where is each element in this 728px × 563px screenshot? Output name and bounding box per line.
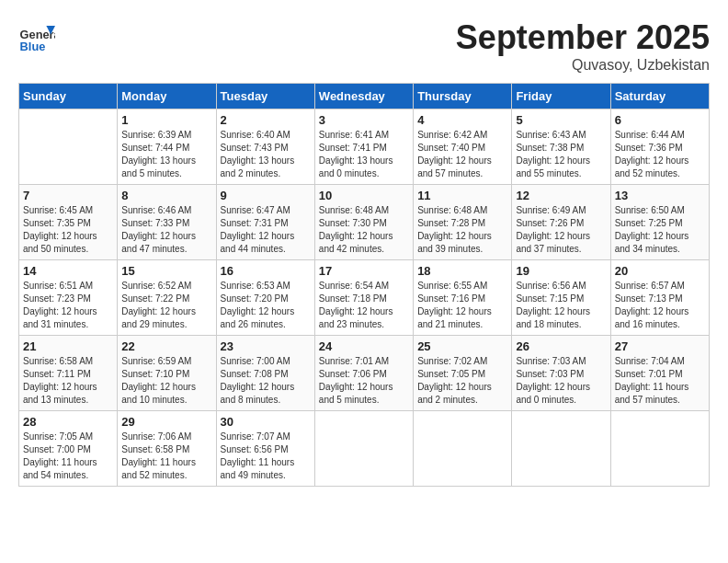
day-info: Sunrise: 6:48 AMSunset: 7:30 PMDaylight:… [319,204,409,256]
calendar-day-cell: 4Sunrise: 6:42 AMSunset: 7:40 PMDaylight… [414,109,512,185]
day-number: 22 [121,339,211,353]
day-number: 20 [615,264,705,278]
day-number: 6 [615,113,705,127]
day-number: 29 [121,415,211,429]
day-number: 26 [516,339,606,353]
day-info: Sunrise: 7:04 AMSunset: 7:01 PMDaylight:… [615,355,705,407]
day-info: Sunrise: 6:44 AMSunset: 7:36 PMDaylight:… [615,129,705,180]
day-number: 16 [221,264,311,278]
day-number: 25 [417,339,507,353]
calendar-day-cell: 14Sunrise: 6:51 AMSunset: 7:23 PMDayligh… [19,260,118,336]
calendar-day-cell: 15Sunrise: 6:52 AMSunset: 7:22 PMDayligh… [118,260,216,336]
logo: General Blue [18,18,59,55]
day-number: 10 [319,189,409,202]
calendar-day-cell: 22Sunrise: 6:59 AMSunset: 7:10 PMDayligh… [118,336,216,411]
calendar-day-cell [19,109,118,185]
day-number: 23 [221,339,311,353]
calendar-day-cell: 2Sunrise: 6:40 AMSunset: 7:43 PMDaylight… [216,109,314,185]
day-info: Sunrise: 6:45 AMSunset: 7:35 PMDaylight:… [23,204,113,256]
calendar-day-cell: 7Sunrise: 6:45 AMSunset: 7:35 PMDaylight… [19,185,118,260]
calendar-day-header: Sunday [19,84,118,109]
day-info: Sunrise: 6:54 AMSunset: 7:18 PMDaylight:… [319,280,409,331]
calendar-day-cell: 21Sunrise: 6:58 AMSunset: 7:11 PMDayligh… [19,336,118,411]
calendar-day-cell: 16Sunrise: 6:53 AMSunset: 7:20 PMDayligh… [216,260,314,336]
calendar-day-cell: 18Sunrise: 6:55 AMSunset: 7:16 PMDayligh… [414,260,512,336]
day-info: Sunrise: 6:52 AMSunset: 7:22 PMDaylight:… [121,280,211,331]
month-title: September 2025 [456,18,710,57]
calendar-day-cell: 11Sunrise: 6:48 AMSunset: 7:28 PMDayligh… [414,185,512,260]
day-info: Sunrise: 6:49 AMSunset: 7:26 PMDaylight:… [516,204,606,256]
day-number: 4 [417,113,507,127]
calendar-week-row: 7Sunrise: 6:45 AMSunset: 7:35 PMDaylight… [19,185,710,260]
day-number: 27 [615,339,705,353]
calendar-day-cell: 26Sunrise: 7:03 AMSunset: 7:03 PMDayligh… [512,336,610,411]
day-number: 15 [121,264,211,278]
calendar-day-cell [414,411,512,487]
calendar-week-row: 14Sunrise: 6:51 AMSunset: 7:23 PMDayligh… [19,260,710,336]
day-info: Sunrise: 6:43 AMSunset: 7:38 PMDaylight:… [516,129,606,180]
calendar-day-header: Monday [118,84,216,109]
day-info: Sunrise: 7:06 AMSunset: 6:58 PMDaylight:… [121,431,211,482]
day-number: 24 [319,339,409,353]
day-number: 17 [319,264,409,278]
day-number: 12 [516,189,606,202]
day-info: Sunrise: 6:51 AMSunset: 7:23 PMDaylight:… [23,280,113,331]
calendar-week-row: 1Sunrise: 6:39 AMSunset: 7:44 PMDaylight… [19,109,710,185]
day-info: Sunrise: 6:40 AMSunset: 7:43 PMDaylight:… [221,129,311,180]
day-number: 21 [23,339,113,353]
day-number: 30 [221,415,311,429]
day-number: 5 [516,113,606,127]
calendar-day-cell: 13Sunrise: 6:50 AMSunset: 7:25 PMDayligh… [610,185,709,260]
day-number: 2 [221,113,311,127]
day-number: 9 [221,189,311,202]
day-info: Sunrise: 7:07 AMSunset: 6:56 PMDaylight:… [221,431,311,482]
calendar-day-header: Saturday [610,84,709,109]
day-info: Sunrise: 6:50 AMSunset: 7:25 PMDaylight:… [615,204,705,256]
calendar-day-header: Friday [512,84,610,109]
calendar-day-header: Wednesday [314,84,413,109]
day-number: 3 [319,113,409,127]
calendar-day-header: Thursday [414,84,512,109]
day-info: Sunrise: 6:47 AMSunset: 7:31 PMDaylight:… [221,204,311,256]
day-info: Sunrise: 6:39 AMSunset: 7:44 PMDaylight:… [121,129,211,180]
day-info: Sunrise: 7:03 AMSunset: 7:03 PMDaylight:… [516,355,606,407]
day-number: 19 [516,264,606,278]
calendar-day-cell: 19Sunrise: 6:56 AMSunset: 7:15 PMDayligh… [512,260,610,336]
day-info: Sunrise: 6:46 AMSunset: 7:33 PMDaylight:… [121,204,211,256]
calendar-day-cell: 8Sunrise: 6:46 AMSunset: 7:33 PMDaylight… [118,185,216,260]
calendar-day-cell: 9Sunrise: 6:47 AMSunset: 7:31 PMDaylight… [216,185,314,260]
calendar-day-cell: 12Sunrise: 6:49 AMSunset: 7:26 PMDayligh… [512,185,610,260]
calendar-week-row: 28Sunrise: 7:05 AMSunset: 7:00 PMDayligh… [19,411,710,487]
calendar-day-cell: 29Sunrise: 7:06 AMSunset: 6:58 PMDayligh… [118,411,216,487]
day-info: Sunrise: 7:01 AMSunset: 7:06 PMDaylight:… [319,355,409,407]
day-number: 1 [121,113,211,127]
day-info: Sunrise: 6:55 AMSunset: 7:16 PMDaylight:… [417,280,507,331]
day-info: Sunrise: 6:57 AMSunset: 7:13 PMDaylight:… [615,280,705,331]
day-info: Sunrise: 6:53 AMSunset: 7:20 PMDaylight:… [221,280,311,331]
calendar-day-cell: 5Sunrise: 6:43 AMSunset: 7:38 PMDaylight… [512,109,610,185]
calendar-day-cell: 23Sunrise: 7:00 AMSunset: 7:08 PMDayligh… [216,336,314,411]
calendar-day-cell: 1Sunrise: 6:39 AMSunset: 7:44 PMDaylight… [118,109,216,185]
day-info: Sunrise: 7:05 AMSunset: 7:00 PMDaylight:… [23,431,113,482]
location: Quvasoy, Uzbekistan [456,57,710,74]
day-info: Sunrise: 6:59 AMSunset: 7:10 PMDaylight:… [121,355,211,407]
calendar-day-cell: 25Sunrise: 7:02 AMSunset: 7:05 PMDayligh… [414,336,512,411]
calendar-day-cell: 3Sunrise: 6:41 AMSunset: 7:41 PMDaylight… [314,109,413,185]
calendar-day-cell: 17Sunrise: 6:54 AMSunset: 7:18 PMDayligh… [314,260,413,336]
calendar-day-cell: 24Sunrise: 7:01 AMSunset: 7:06 PMDayligh… [314,336,413,411]
day-info: Sunrise: 7:00 AMSunset: 7:08 PMDaylight:… [221,355,311,407]
title-section: September 2025 Quvasoy, Uzbekistan [456,18,710,74]
day-number: 28 [23,415,113,429]
day-number: 13 [615,189,705,202]
day-number: 7 [23,189,113,202]
day-info: Sunrise: 6:56 AMSunset: 7:15 PMDaylight:… [516,280,606,331]
calendar-table: SundayMondayTuesdayWednesdayThursdayFrid… [18,83,710,487]
day-number: 14 [23,264,113,278]
day-number: 11 [417,189,507,202]
calendar-day-cell: 28Sunrise: 7:05 AMSunset: 7:00 PMDayligh… [19,411,118,487]
calendar-day-header: Tuesday [216,84,314,109]
calendar-day-cell: 27Sunrise: 7:04 AMSunset: 7:01 PMDayligh… [610,336,709,411]
day-info: Sunrise: 6:58 AMSunset: 7:11 PMDaylight:… [23,355,113,407]
calendar-day-cell [512,411,610,487]
day-info: Sunrise: 7:02 AMSunset: 7:05 PMDaylight:… [417,355,507,407]
